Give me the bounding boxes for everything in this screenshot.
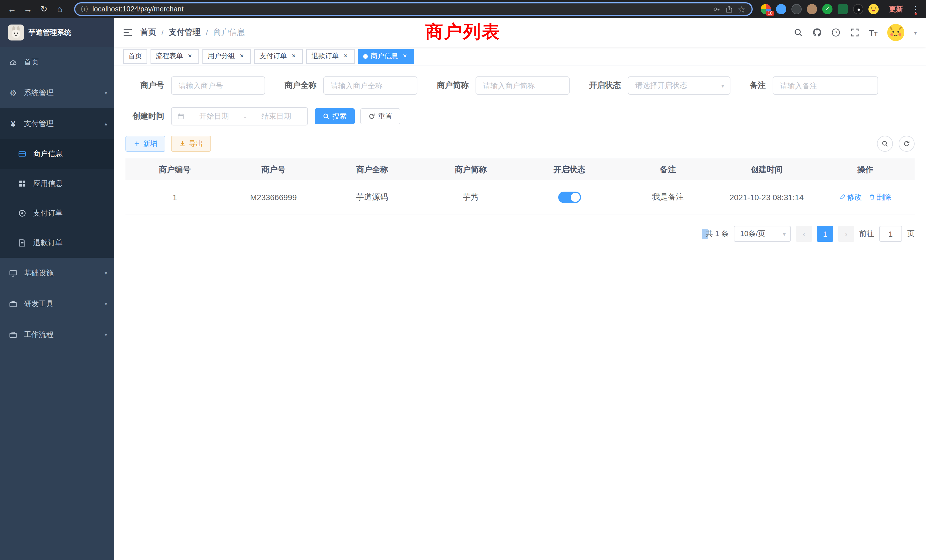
chevron-up-icon: ▴ [104,121,107,127]
plus-icon [133,140,140,147]
caret-down-icon[interactable]: ▾ [914,29,917,36]
user-avatar[interactable] [887,24,904,41]
sidebar-submenu-pay: 商户信息 应用信息 支付订单 [0,139,114,258]
address-bar[interactable]: ⓘ localhost:1024/pay/merchant ☆ [74,2,753,16]
extension-emoji-icon[interactable] [869,4,879,14]
merchant-no-input[interactable] [171,76,265,95]
cell-merchant-no: M233666999 [224,192,323,201]
status-select[interactable]: 请选择开启状态 ▾ [628,76,731,95]
extension-dark-icon[interactable] [791,4,802,14]
github-icon[interactable] [812,28,822,37]
date-range-picker[interactable]: 开始日期 - 结束日期 [171,107,308,126]
navbar: 首页 / 支付管理 / 商户信息 ? TT [114,18,926,47]
browser-menu-icon[interactable]: ⋮ [911,5,920,14]
breadcrumb-pay[interactable]: 支付管理 [169,27,201,38]
close-icon[interactable]: × [290,52,298,60]
bookmark-star-icon[interactable]: ☆ [738,4,746,15]
sidebar-item-infra[interactable]: 基础设施 ▾ [0,258,114,289]
extension-avatar-icon[interactable] [807,4,817,14]
delete-button[interactable]: 删除 [869,192,891,202]
short-name-input[interactable] [475,76,570,95]
table-row: 1 M233666999 芋道源码 芋艿 我是备注 2021-10-23 08:… [126,180,915,215]
sidebar-item-label: 基础设施 [24,268,54,278]
calendar-icon [177,113,184,120]
extension-drop-icon[interactable] [776,4,786,14]
sidebar-item-pay-order[interactable]: 支付订单 [0,198,114,228]
pagination: 共 1 条 10条/页 ▾ ‹ 1 › 前往 页 [126,226,915,242]
status-toggle[interactable] [558,191,581,203]
extension-colorful-icon[interactable]: 10 [761,4,771,14]
breadcrumb-home[interactable]: 首页 [140,27,156,38]
app-logo[interactable]: 芋道管理系统 [0,18,114,47]
sidebar-item-refund-order[interactable]: 退款订单 [0,228,114,258]
toolbox-icon [8,300,18,308]
cell-full-name: 芋道源码 [323,192,421,202]
sidebar-item-workflow[interactable]: 工作流程 ▾ [0,319,114,350]
browser-home-icon[interactable]: ⌂ [54,3,66,15]
close-icon[interactable]: × [342,52,350,60]
sidebar-item-pay[interactable]: ¥ 支付管理 ▴ [0,108,114,139]
sidebar-group-pay: ¥ 支付管理 ▴ 商户信息 应用信息 [0,108,114,258]
extension-note-icon[interactable] [838,4,848,14]
edit-button[interactable]: 修改 [839,192,862,202]
sidebar-item-devtools[interactable]: 研发工具 ▾ [0,289,114,319]
full-name-input[interactable] [323,76,418,95]
table-header: 商户编号 商户号 商户全称 商户简称 开启状态 备注 创建时间 操作 [126,159,915,180]
extension-pinwheel-icon[interactable] [853,4,863,14]
fullscreen-icon[interactable] [850,28,859,37]
date-end-placeholder: 结束日期 [251,111,302,121]
goto-page-input[interactable] [879,226,902,242]
remark-input[interactable] [773,76,878,95]
browser-forward-icon[interactable]: → [22,3,34,15]
close-icon[interactable]: × [186,52,194,60]
main-area: 首页 / 支付管理 / 商户信息 ? TT [114,18,926,560]
help-icon[interactable]: ? [831,28,840,37]
next-page-button[interactable]: › [838,226,854,242]
share-icon[interactable] [725,5,733,13]
sidebar-item-label: 研发工具 [24,299,54,309]
close-icon[interactable]: × [401,52,409,60]
toggle-search-icon[interactable] [877,136,893,152]
breadcrumb: 首页 / 支付管理 / 商户信息 [140,27,245,38]
extension-check-icon[interactable]: ✓ [822,4,832,14]
sidebar-item-app-info[interactable]: 应用信息 [0,169,114,198]
sidebar-item-label: 工作流程 [24,330,54,340]
app-root: ← → ↻ ⌂ ⓘ localhost:1024/pay/merchant ☆ … [0,0,926,560]
tab-process-form[interactable]: 流程表单× [151,49,199,64]
sidebar-item-home[interactable]: 首页 [0,47,114,77]
browser-update-button[interactable]: 更新 [884,3,908,16]
page-1-button[interactable]: 1 [817,226,833,242]
navbar-actions: ? TT ▾ [793,24,917,41]
search-button[interactable]: 搜索 [315,108,355,124]
chevron-down-icon: ▾ [104,90,107,96]
export-button[interactable]: 导出 [171,136,211,152]
browser-toolbar: ← → ↻ ⌂ ⓘ localhost:1024/pay/merchant ☆ … [0,0,926,18]
refresh-table-icon[interactable] [899,136,915,152]
tab-refund-order[interactable]: 退款订单× [306,49,355,64]
tab-merchant-info[interactable]: 商户信息× [358,49,414,64]
site-info-icon[interactable]: ⓘ [81,4,88,14]
browser-back-icon[interactable]: ← [6,3,18,15]
prev-page-button[interactable]: ‹ [796,226,812,242]
search-icon[interactable] [793,28,803,37]
add-button[interactable]: 新增 [126,136,165,152]
tab-pay-order[interactable]: 支付订单× [254,49,303,64]
sidebar-item-merchant-info[interactable]: 商户信息 [0,139,114,169]
update-indicator-dot [915,12,917,15]
browser-reload-icon[interactable]: ↻ [38,3,50,15]
tab-home[interactable]: 首页 [123,49,147,64]
reset-button[interactable]: 重置 [360,108,400,124]
tab-user-group[interactable]: 用户分组× [203,49,251,64]
caret-down-icon: ▾ [721,82,724,89]
sidebar-item-system[interactable]: ⚙ 系统管理 ▾ [0,77,114,108]
url-text[interactable]: localhost:1024/pay/merchant [92,5,708,13]
cell-create-time: 2021-10-23 08:31:14 [717,192,816,201]
target-circle-icon [17,209,27,217]
page-size-select[interactable]: 10条/页 ▾ [734,226,791,242]
goto-label: 前往 [859,229,874,239]
key-icon[interactable] [713,5,720,13]
hamburger-icon[interactable] [123,28,132,37]
close-icon[interactable]: × [238,52,246,60]
download-icon [179,140,186,147]
font-size-icon[interactable]: TT [869,28,878,37]
